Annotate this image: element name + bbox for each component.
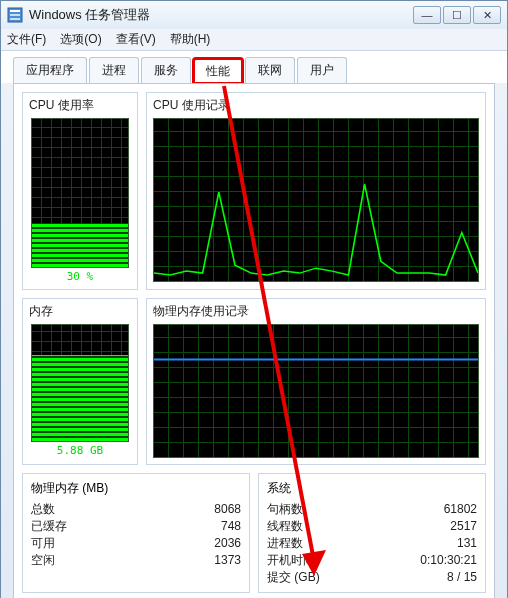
menu-options[interactable]: 选项(O) [60, 31, 101, 48]
pmem-title: 物理内存 (MB) [31, 480, 241, 497]
menu-file[interactable]: 文件(F) [7, 31, 46, 48]
performance-panel: CPU 使用率 30 % CPU 使用记录 内存 [13, 83, 495, 598]
tab-applications[interactable]: 应用程序 [13, 57, 87, 83]
window-controls: — ☐ ✕ [413, 6, 501, 24]
physical-memory-stats: 物理内存 (MB) 总数8068 已缓存748 可用2036 空闲1373 [22, 473, 250, 593]
sys-procs-value: 131 [457, 535, 477, 552]
tab-services[interactable]: 服务 [141, 57, 191, 83]
memory-history-graph [153, 324, 479, 458]
sys-commit-value: 8 / 15 [447, 569, 477, 586]
menubar: 文件(F) 选项(O) 查看(V) 帮助(H) [1, 29, 507, 51]
cpu-usage-group: CPU 使用率 30 % [22, 92, 138, 290]
svg-rect-3 [10, 18, 20, 20]
sys-uptime-label: 开机时间 [267, 552, 315, 569]
sys-uptime-value: 0:10:30:21 [420, 552, 477, 569]
tab-performance[interactable]: 性能 [193, 58, 243, 84]
sys-threads-label: 线程数 [267, 518, 303, 535]
system-stats: 系统 句柄数61802 线程数2517 进程数131 开机时间0:10:30:2… [258, 473, 486, 593]
sys-title: 系统 [267, 480, 477, 497]
sys-procs-label: 进程数 [267, 535, 303, 552]
cpu-history-label: CPU 使用记录 [153, 97, 479, 114]
sys-commit-label: 提交 (GB) [267, 569, 320, 586]
sys-handles-label: 句柄数 [267, 501, 303, 518]
cpu-usage-label: CPU 使用率 [29, 97, 131, 114]
titlebar[interactable]: Windows 任务管理器 — ☐ ✕ [1, 1, 507, 29]
memory-meter [31, 324, 129, 442]
memory-usage-group: 内存 5.88 GB [22, 298, 138, 465]
pmem-total-label: 总数 [31, 501, 55, 518]
cpu-meter [31, 118, 129, 268]
pmem-cached-label: 已缓存 [31, 518, 67, 535]
memory-history-group: 物理内存使用记录 [146, 298, 486, 465]
tab-networking[interactable]: 联网 [245, 57, 295, 83]
svg-rect-1 [10, 10, 20, 12]
task-manager-window: Windows 任务管理器 — ☐ ✕ 文件(F) 选项(O) 查看(V) 帮助… [0, 0, 508, 598]
close-button[interactable]: ✕ [473, 6, 501, 24]
app-icon [7, 7, 23, 23]
tab-processes[interactable]: 进程 [89, 57, 139, 83]
menu-view[interactable]: 查看(V) [116, 31, 156, 48]
pmem-avail-label: 可用 [31, 535, 55, 552]
pmem-avail-value: 2036 [214, 535, 241, 552]
sys-threads-value: 2517 [450, 518, 477, 535]
memory-history-label: 物理内存使用记录 [153, 303, 479, 320]
maximize-button[interactable]: ☐ [443, 6, 471, 24]
menu-help[interactable]: 帮助(H) [170, 31, 211, 48]
cpu-percent: 30 % [29, 270, 131, 283]
tab-users[interactable]: 用户 [297, 57, 347, 83]
pmem-free-value: 1373 [214, 552, 241, 569]
window-title: Windows 任务管理器 [29, 6, 413, 24]
tab-strip: 应用程序 进程 服务 性能 联网 用户 [1, 51, 507, 83]
pmem-total-value: 8068 [214, 501, 241, 518]
svg-rect-2 [10, 14, 20, 16]
cpu-history-group: CPU 使用记录 [146, 92, 486, 290]
memory-label: 内存 [29, 303, 131, 320]
pmem-cached-value: 748 [221, 518, 241, 535]
minimize-button[interactable]: — [413, 6, 441, 24]
pmem-free-label: 空闲 [31, 552, 55, 569]
memory-value: 5.88 GB [29, 444, 131, 457]
sys-handles-value: 61802 [444, 501, 477, 518]
cpu-history-graph [153, 118, 479, 282]
